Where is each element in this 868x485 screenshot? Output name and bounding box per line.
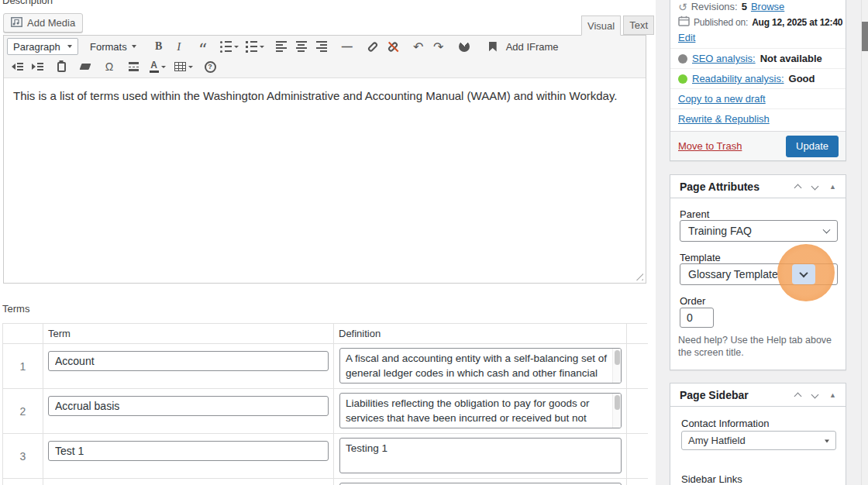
indent-button[interactable] xyxy=(28,58,46,75)
move-down-button[interactable] xyxy=(812,393,818,397)
chevron-down-icon xyxy=(823,226,831,234)
formats-dropdown[interactable]: Formats xyxy=(84,38,142,55)
caret-down-icon xyxy=(260,46,264,48)
collapse-toggle-button[interactable]: ▲ xyxy=(829,391,836,399)
revisions-row: ↺ Revisions: 5 Browse xyxy=(678,1,838,12)
clear-formatting-button[interactable] xyxy=(76,58,95,75)
add-media-icon xyxy=(11,17,22,29)
template-label: Template xyxy=(680,252,721,263)
paragraph-format-dropdown[interactable]: Paragraph xyxy=(7,38,78,55)
page-sidebar-box: Page Sidebar ▲ Contact Information Amy H… xyxy=(670,383,846,485)
row-actions-cell xyxy=(627,434,648,479)
definition-textarea-1[interactable]: A fiscal and accounting entity with a se… xyxy=(339,348,622,384)
move-up-button[interactable] xyxy=(795,391,801,399)
seo-analysis-value: Not available xyxy=(760,53,822,64)
textarea-scrollbar-thumb[interactable] xyxy=(615,350,620,365)
chevron-down-icon xyxy=(799,269,808,277)
italic-button[interactable]: I xyxy=(170,38,188,55)
bullet-list-icon xyxy=(220,41,232,53)
text-color-icon: A xyxy=(150,60,159,73)
move-up-button[interactable] xyxy=(795,183,801,191)
definition-field-wrapper: Testing 1 xyxy=(339,438,622,473)
edit-date-row: Edit xyxy=(678,32,838,43)
window-scrollbar-track[interactable] xyxy=(861,0,868,485)
textarea-scrollbar[interactable] xyxy=(612,349,621,383)
rewrite-republish-row: Rewrite & Republish xyxy=(670,108,846,129)
outdent-icon xyxy=(12,63,23,71)
text-color-button[interactable]: A xyxy=(148,58,167,75)
table-button[interactable] xyxy=(174,58,194,75)
numbered-list-button[interactable] xyxy=(245,38,265,55)
term-input-2[interactable] xyxy=(48,396,329,416)
bold-button[interactable]: B xyxy=(150,38,168,55)
definition-textarea-3[interactable]: Testing 1 xyxy=(339,438,622,473)
browse-revisions-link[interactable]: Browse xyxy=(751,1,784,12)
chevron-down-icon xyxy=(811,390,819,398)
special-character-button[interactable]: Ω xyxy=(100,58,119,75)
move-to-trash-link[interactable]: Move to Trash xyxy=(678,140,742,152)
bullet-list-button[interactable] xyxy=(219,38,239,55)
page-sidebar-title: Page Sidebar xyxy=(680,389,795,401)
term-cell xyxy=(43,344,334,389)
contact-information-select[interactable]: Amy Hatfield xyxy=(681,431,836,450)
order-input[interactable] xyxy=(680,308,714,328)
term-input-3[interactable] xyxy=(48,441,329,461)
unlink-icon xyxy=(387,41,398,53)
copy-to-new-draft-link[interactable]: Copy to a new draft xyxy=(678,93,766,105)
definition-textarea-2[interactable]: Liabilities reflecting the obligation to… xyxy=(339,393,622,428)
add-media-label: Add Media xyxy=(27,17,75,29)
tab-text[interactable]: Text xyxy=(623,15,654,35)
revisions-count: 5 xyxy=(742,1,747,12)
edit-date-link[interactable]: Edit xyxy=(678,32,695,43)
term-row-number: 2 xyxy=(3,389,43,434)
omega-icon: Ω xyxy=(105,60,113,73)
caret-down-icon xyxy=(67,45,72,48)
help-button[interactable]: ? xyxy=(201,58,219,75)
blockquote-button[interactable]: “ xyxy=(194,38,212,55)
term-row-number xyxy=(3,479,43,485)
page-attributes-box: Page Attributes ▲ Parent Training FAQ Te… xyxy=(670,174,846,370)
add-media-button[interactable]: Add Media xyxy=(3,13,83,33)
horizontal-rule-button[interactable]: — xyxy=(338,38,356,55)
move-down-button[interactable] xyxy=(812,184,818,189)
seo-analysis-link[interactable]: SEO analysis: xyxy=(692,53,756,64)
page-break-button[interactable] xyxy=(124,58,143,75)
paste-as-text-button[interactable] xyxy=(52,58,71,75)
align-right-button[interactable] xyxy=(312,38,331,55)
italic-icon: I xyxy=(177,40,181,53)
redo-icon: ↷ xyxy=(433,40,443,54)
remove-link-button[interactable] xyxy=(384,38,402,55)
parent-select[interactable]: Training FAQ xyxy=(680,220,838,242)
collapse-toggle-button[interactable]: ▲ xyxy=(829,183,836,191)
indent-icon xyxy=(32,63,43,71)
toolbar-row-2: Ω A ? xyxy=(5,57,644,77)
align-left-button[interactable] xyxy=(272,38,291,55)
insert-link-button[interactable] xyxy=(363,38,382,55)
editor-content-area[interactable]: This is a list of terms used within the … xyxy=(4,78,646,271)
tab-visual[interactable]: Visual xyxy=(581,15,621,36)
insert-read-more-button[interactable] xyxy=(455,38,474,55)
help-icon: ? xyxy=(205,61,216,73)
template-select-chevron-button[interactable] xyxy=(792,264,815,284)
chevron-up-icon xyxy=(794,184,802,191)
wordpress-page-editor: Description Add Media Visual Text Paragr… xyxy=(0,0,868,485)
window-scrollbar-thumb[interactable] xyxy=(862,22,868,51)
outdent-button[interactable] xyxy=(8,58,26,75)
term-input-1[interactable] xyxy=(48,351,329,371)
row-actions-cell xyxy=(627,344,648,389)
row-actions-cell xyxy=(627,389,648,434)
seo-status-icon xyxy=(678,54,687,64)
undo-button[interactable]: ↶ xyxy=(409,38,428,55)
add-iframe-button[interactable]: Add IFrame xyxy=(484,38,564,55)
textarea-scrollbar-thumb[interactable] xyxy=(615,395,620,410)
update-button[interactable]: Update xyxy=(786,136,839,157)
editor-resize-handle[interactable] xyxy=(635,272,643,280)
align-center-icon xyxy=(296,41,307,52)
align-center-button[interactable] xyxy=(292,38,311,55)
textarea-scrollbar[interactable] xyxy=(612,394,621,428)
readability-analysis-link[interactable]: Readability analysis: xyxy=(692,73,784,84)
rewrite-republish-link[interactable]: Rewrite & Republish xyxy=(678,113,770,125)
term-cell xyxy=(43,389,334,434)
published-label: Published on: xyxy=(694,17,748,28)
redo-button[interactable]: ↷ xyxy=(429,38,448,55)
